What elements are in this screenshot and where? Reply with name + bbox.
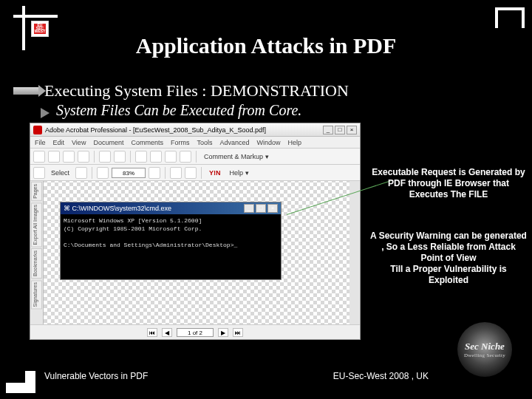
tb-help-dropdown[interactable]: Help ▾ [227,169,252,177]
acrobat-minimize-button[interactable]: _ [323,126,333,134]
menu-edit[interactable]: Edit [53,139,65,146]
tb-separator [165,167,166,179]
page-indicator[interactable]: 1 of 2 [177,328,214,337]
tb-select-tool[interactable]: Select [48,169,72,177]
subtitle-systemfiles: System Files Can be Executed from Core. [56,102,301,119]
tb-separator [92,167,92,179]
menu-document[interactable]: Document [93,139,123,146]
subtitle-demonstration: Executing System Files : DEMONSTRATION [44,81,349,100]
tb-separator [201,167,202,179]
tb-hand-icon[interactable] [33,167,45,179]
acrobat-window-title: Adobe Acrobat Professional - [EuSecWest_… [45,126,266,134]
cmd-maximize-button[interactable]: □ [256,204,266,213]
tb-export-icon[interactable] [99,151,111,163]
acrobat-statusbar: ⏮ ◀ 1 of 2 ▶ ⏭ [30,324,360,339]
nav-first-icon[interactable]: ⏮ [147,328,157,337]
cmd-title-text: C:\WINDOWS\system32\cmd.exe [72,205,172,212]
callout-executable-request: Executable Request is Generated by PDF t… [369,167,528,200]
menu-window[interactable]: Window [256,139,280,146]
nav-next-icon[interactable]: ▶ [218,328,228,337]
tb-mail-icon[interactable] [78,151,89,163]
footer-right: EU-Sec-West 2008 , UK [333,371,429,381]
tb-yn-icon[interactable]: Y!N [206,169,224,177]
acrobat-page-canvas: ⌘ C:\WINDOWS\system32\cmd.exe _ □ × Micr… [44,181,360,324]
acrobat-titlebar: Adobe Acrobat Professional - [EuSecWest_… [30,123,360,137]
tb-separator [130,151,131,163]
callout-security-warning: A Security Warning can be generated , So… [369,231,528,286]
menu-help[interactable]: Help [288,139,302,146]
acrobat-window: Adobe Acrobat Professional - [EuSecWest_… [30,123,361,340]
footer-left: Vulnerable Vectors in PDF [44,371,148,381]
cmd-minimize-button[interactable]: _ [244,204,254,213]
tb-search-icon[interactable] [114,151,126,163]
slide-title: Application Attacks in PDF [0,33,532,58]
tb-forms-icon[interactable] [180,151,191,163]
tb-comment-dropdown[interactable]: Comment & Markup ▾ [201,153,272,160]
sub-bullet-arrow-icon [41,108,50,118]
cmd-window: ⌘ C:\WINDOWS\system32\cmd.exe _ □ × Micr… [60,202,282,280]
tb-sign-icon[interactable] [165,151,177,163]
tb-zoomin-icon[interactable] [149,167,160,179]
cmd-line2: (C) Copyright 1985-2001 Microsoft Corp. [64,225,202,232]
acrobat-side-panel: Pages Export All Images Bookmarks Signat… [30,181,44,324]
tb-save-icon[interactable] [63,151,75,163]
sec-niche-logo: Sec Niche Dwelling Security [448,322,522,377]
tb-combine-icon[interactable] [135,151,147,163]
cmd-line1: Microsoft Windows XP [Version 5.1.2600] [64,217,202,224]
bullet-arrow-icon [13,87,38,95]
acrobat-toolbar1: Comment & Markup ▾ [30,149,360,165]
sidetab-signatures[interactable]: Signatures [31,280,42,309]
acrobat-document-area: Pages Export All Images Bookmarks Signat… [30,181,360,324]
menu-forms[interactable]: Forms [171,139,190,146]
tb-print-icon[interactable] [48,151,60,163]
tb-zoomout-icon[interactable] [97,167,109,179]
acrobat-menubar: File Edit View Document Comments Forms T… [30,137,360,149]
tb-snapshot-icon[interactable] [75,167,87,179]
sidetab-export[interactable]: Export All Images [31,202,42,247]
tb-secure-icon[interactable] [150,151,162,163]
nav-prev-icon[interactable]: ◀ [162,328,172,337]
nav-last-icon[interactable]: ⏭ [233,328,243,337]
acrobat-app-icon [33,126,42,134]
acrobat-close-button[interactable]: × [347,126,357,134]
menu-view[interactable]: View [72,139,86,146]
menu-comments[interactable]: Comments [131,139,163,146]
menu-advanced[interactable]: Advanced [219,139,249,146]
cmd-app-icon: ⌘ [64,205,70,212]
tb-separator [196,151,197,163]
corner-bottom-left-decor [6,365,34,393]
acrobat-maximize-button[interactable]: □ [335,126,345,134]
cmd-titlebar: ⌘ C:\WINDOWS\system32\cmd.exe _ □ × [61,202,281,214]
cmd-output: Microsoft Windows XP [Version 5.1.2600] … [61,214,281,251]
tb-fitpage-icon[interactable] [170,167,182,179]
tb-open-icon[interactable] [33,151,45,163]
cmd-close-button[interactable]: × [267,204,278,213]
corner-top-right-decor [495,7,525,28]
menu-file[interactable]: File [35,139,46,146]
cmd-prompt: C:\Documents and Settings\Administrator\… [64,242,237,248]
tb-separator [94,151,95,163]
tb-zoom-value[interactable]: 83% [112,168,146,178]
acrobat-toolbar2: Select 83% Y!N Help ▾ [30,165,360,181]
brand-tagline: Dwelling Security [464,352,505,358]
tb-fitwidth-icon[interactable] [185,167,197,179]
menu-tools[interactable]: Tools [197,139,212,146]
sidetab-bookmarks[interactable]: Bookmarks [31,248,42,279]
sidetab-pages[interactable]: Pages [31,182,42,201]
eu-sec-west-badge-label: EU SEC WEST [34,24,46,34]
brand-name: Sec Niche [465,341,505,352]
